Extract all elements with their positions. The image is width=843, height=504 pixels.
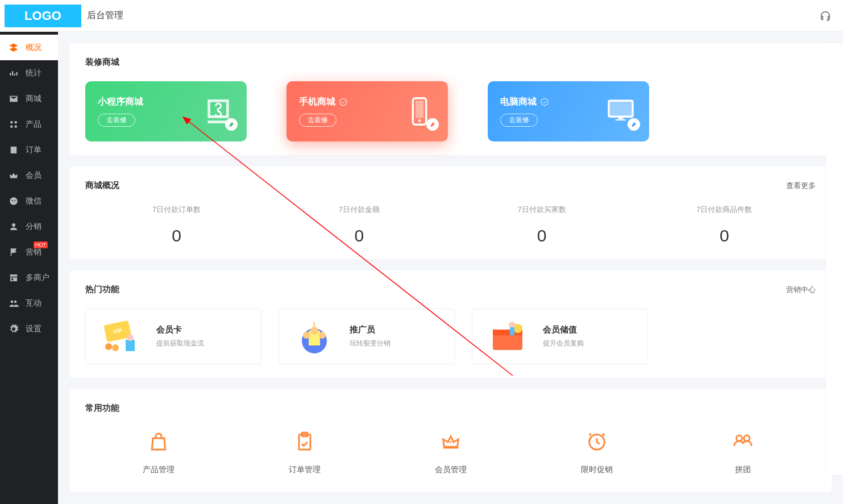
recharge-illustration	[484, 318, 531, 355]
stats-icon	[9, 68, 19, 78]
stat-item: 7日付款订单数0	[85, 205, 268, 245]
store-card-phone[interactable]: 手机商城 去装修	[286, 81, 448, 141]
sidebar-item-label: 订单	[26, 145, 41, 155]
hot-badge: HOT	[34, 241, 48, 248]
hot-card-recharge[interactable]: 会员储值提升会员复购	[472, 309, 648, 364]
common-panel: 常用功能 产品管理订单管理会员管理限时促销拼团	[69, 389, 832, 492]
stat-value: 0	[633, 226, 816, 245]
hot-more-link[interactable]: 营销中心	[786, 285, 816, 295]
sidebar-item-label: 多商户	[26, 273, 49, 283]
sidebar-item-crown[interactable]: 会员	[0, 163, 58, 188]
stat-label: 7日付款买家数	[451, 205, 633, 215]
func-label: 会员管理	[435, 465, 467, 475]
grid-icon	[9, 119, 19, 130]
svg-point-33	[310, 327, 318, 335]
svg-point-28	[127, 334, 134, 341]
func-item-clipboard[interactable]: 订单管理	[231, 431, 377, 475]
hot-card-title: 推广员	[350, 324, 391, 335]
stat-value: 0	[268, 226, 450, 245]
store-name: 手机商城	[299, 96, 348, 108]
decorate-panel: 装修商城 小程序商城 去装修 手机商城 去装修 电脑商城 去装修	[69, 43, 832, 155]
overview-panel: 商城概况 查看更多 7日付款订单数07日付款金额07日付款买家数07日付款商品件…	[69, 166, 832, 259]
vip-illustration: VIP	[97, 318, 145, 355]
sidebar-item-shop[interactable]: 多商户	[0, 265, 58, 290]
layers-icon	[9, 43, 19, 53]
support-headset-icon[interactable]	[819, 10, 832, 22]
sidebar-item-list[interactable]: 订单	[0, 137, 58, 163]
mail-icon	[9, 94, 19, 104]
hot-card-vip[interactable]: VIP会员卡提前获取现金流	[85, 309, 261, 364]
shop-icon	[9, 273, 19, 283]
decorate-button[interactable]: 去装修	[299, 114, 337, 127]
flag-icon	[9, 247, 19, 257]
hot-title: 热门功能	[85, 284, 119, 295]
overview-more-link[interactable]: 查看更多	[786, 181, 816, 191]
sidebar-item-person[interactable]: 分销	[0, 214, 58, 239]
func-label: 订单管理	[289, 465, 321, 475]
brush-icon	[630, 121, 637, 128]
hot-card-desc: 提前获取现金流	[156, 339, 204, 348]
crown2-icon	[439, 431, 462, 453]
brush-icon	[429, 121, 436, 128]
decorate-button[interactable]: 去装修	[98, 114, 135, 127]
app-title: 后台管理	[87, 10, 123, 22]
wechat-icon	[9, 196, 19, 206]
sidebar-item-layers[interactable]: 概况	[0, 35, 58, 60]
func-label: 产品管理	[143, 465, 175, 475]
store-icon-wrap	[605, 95, 637, 127]
top-bar: LOGO 后台管理	[0, 0, 843, 32]
store-card-monitor[interactable]: 电脑商城 去装修	[488, 81, 649, 141]
promoter-illustration	[290, 318, 338, 355]
sidebar-item-mail[interactable]: 商城	[0, 86, 58, 111]
logo[interactable]: LOGO	[5, 5, 81, 27]
group-icon	[732, 431, 754, 453]
brush-badge	[426, 118, 439, 131]
store-name: 电脑商城	[500, 96, 549, 108]
func-item-group[interactable]: 拼团	[670, 431, 816, 475]
func-label: 拼团	[735, 465, 751, 475]
clock-icon	[585, 431, 608, 453]
sidebar-item-label: 分销	[26, 222, 41, 232]
sidebar-item-label: 统计	[26, 68, 41, 78]
sidebar-item-label: 概况	[26, 43, 41, 53]
sidebar-item-label: 互动	[26, 298, 41, 309]
sidebar-item-label: 商城	[26, 94, 41, 104]
sidebar-item-stats[interactable]: 统计	[0, 60, 58, 86]
sidebar-item-grid[interactable]: 产品	[0, 111, 58, 137]
crown-icon	[9, 170, 19, 181]
svg-point-32	[319, 332, 326, 339]
stat-value: 0	[451, 226, 633, 245]
hot-card-title: 会员卡	[156, 324, 204, 335]
stat-item: 7日付款金额0	[268, 205, 450, 245]
hot-card-promoter[interactable]: 推广员玩转裂变分销	[279, 309, 455, 364]
hot-card-title: 会员储值	[543, 324, 584, 335]
stat-item: 7日付款商品件数0	[633, 205, 816, 245]
func-item-bag[interactable]: 产品管理	[85, 431, 231, 475]
svg-rect-38	[510, 327, 514, 335]
sidebar-item-people[interactable]: 互动	[0, 290, 58, 316]
svg-point-26	[112, 344, 119, 351]
sidebar: 概况统计商城产品订单会员微信分销营销HOT多商户互动设置	[0, 32, 58, 504]
sidebar-item-wechat[interactable]: 微信	[0, 188, 58, 214]
hot-card-desc: 玩转裂变分销	[350, 339, 391, 348]
stat-label: 7日付款金额	[268, 205, 450, 215]
sidebar-item-label: 营销	[26, 247, 41, 257]
decorate-button[interactable]: 去装修	[500, 114, 538, 127]
func-item-clock[interactable]: 限时促销	[524, 431, 670, 475]
func-item-crown2[interactable]: 会员管理	[377, 431, 524, 475]
overview-title: 商城概况	[85, 180, 119, 191]
store-card-miniprogram[interactable]: 小程序商城 去装修	[85, 81, 247, 141]
sidebar-item-label: 产品	[26, 119, 41, 130]
svg-point-31	[303, 332, 310, 339]
svg-point-25	[105, 343, 112, 350]
main-content: 装修商城 小程序商城 去装修 手机商城 去装修 电脑商城 去装修	[58, 32, 843, 504]
verified-icon	[540, 98, 549, 107]
sidebar-item-gear[interactable]: 设置	[0, 316, 58, 341]
sidebar-item-label: 设置	[26, 324, 41, 334]
brush-badge	[628, 118, 640, 131]
person-icon	[9, 222, 19, 232]
sidebar-item-flag[interactable]: 营销HOT	[0, 239, 58, 265]
sidebar-item-label: 会员	[26, 170, 41, 181]
func-label: 限时促销	[581, 465, 613, 475]
hot-card-desc: 提升会员复购	[543, 339, 584, 348]
